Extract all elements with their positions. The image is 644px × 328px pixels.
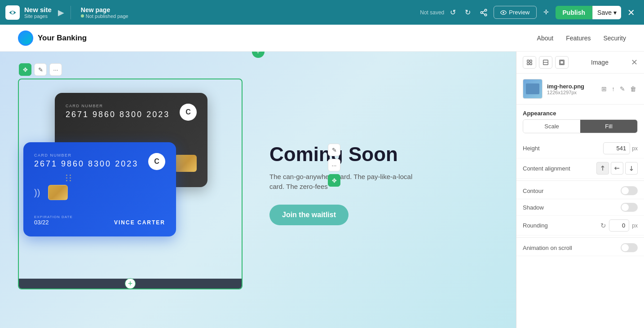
shadow-thumb — [622, 204, 629, 211]
nav-features[interactable]: Features — [566, 35, 591, 42]
publish-button[interactable]: Publish — [556, 6, 593, 19]
height-row: Height px — [516, 139, 644, 158]
rounding-input[interactable] — [609, 219, 629, 232]
add-section-top-button[interactable]: + — [252, 52, 265, 58]
section-add-bottom: + — [19, 279, 242, 289]
svg-line-4 — [483, 13, 485, 14]
img-filename: img-hero.png — [547, 83, 584, 90]
not-saved-label: Not saved — [420, 9, 444, 16]
rounding-icon[interactable]: ↻ — [600, 222, 606, 230]
redo-button[interactable]: ↻ — [462, 6, 474, 19]
close-button[interactable]: ✕ — [624, 5, 639, 20]
animation-label: Animation on scroll — [523, 245, 572, 251]
align-middle-button[interactable] — [611, 162, 623, 175]
coming-soon-desc: The can-go-anywhere card. The pay-like-a… — [269, 172, 422, 192]
img-edit-button[interactable]: ✎ — [618, 84, 626, 94]
svg-rect-7 — [527, 60, 529, 62]
align-top-button[interactable] — [596, 162, 609, 175]
rounding-unit: px — [632, 223, 638, 229]
shadow-label: Shadow — [523, 204, 544, 211]
img-thumbnail — [523, 79, 543, 99]
ai-button[interactable] — [539, 7, 553, 18]
img-copy-button[interactable]: ⊞ — [600, 84, 608, 94]
rounding-label: Rounding — [523, 222, 548, 229]
svg-rect-10 — [530, 63, 532, 65]
move-tool-button[interactable]: ✥ — [19, 63, 31, 76]
img-upload-button[interactable]: ↑ — [610, 84, 616, 94]
fill-button[interactable]: Fill — [580, 120, 637, 133]
content-side: Coming Soon The can-go-anywhere card. Th… — [260, 134, 498, 234]
svg-rect-9 — [527, 63, 529, 65]
site-sub: Site pages — [24, 13, 52, 19]
save-button[interactable]: Save ▾ — [592, 6, 621, 19]
section-move-button[interactable]: ✥ — [328, 174, 340, 187]
divider-1 — [516, 180, 644, 181]
contour-thumb — [622, 187, 629, 194]
height-label: Height — [523, 145, 540, 152]
card-initial-dark: C — [180, 104, 197, 121]
svg-point-0 — [11, 11, 14, 14]
height-input[interactable] — [603, 142, 630, 154]
site-info: New site Site pages — [24, 6, 52, 19]
undo-button[interactable]: ↺ — [447, 6, 459, 19]
svg-point-1 — [485, 9, 487, 11]
preview-button[interactable]: Preview — [494, 6, 536, 19]
more-tool-button[interactable]: ··· — [49, 63, 62, 76]
img-dimensions: 1226x1297px — [547, 90, 584, 95]
waitlist-button[interactable]: Join the waitlist — [269, 205, 348, 225]
panel-tool-1[interactable] — [523, 56, 536, 69]
top-bar-left: New site Site pages ▶ New page Not publi… — [5, 5, 128, 20]
svg-point-6 — [503, 12, 505, 13]
appearance-label: Appearance — [516, 105, 644, 119]
divider-2 — [516, 237, 644, 238]
site-name: New site — [24, 6, 52, 13]
brand: Your Banking — [18, 31, 87, 46]
card-initial-blue: C — [148, 153, 165, 170]
share-button[interactable] — [476, 6, 491, 19]
section-more-button[interactable]: ··· — [328, 159, 340, 171]
contour-toggle[interactable] — [621, 186, 638, 195]
panel-close-button[interactable]: ✕ — [631, 57, 638, 67]
panel-tool-2[interactable] — [539, 56, 552, 69]
card-label-number: CARD NUMBER 2671 9860 8300 2023 — [66, 104, 170, 119]
page-status: Not published page — [81, 13, 128, 19]
contour-row: Contour — [516, 183, 644, 199]
panel-header: Image ✕ — [516, 52, 644, 74]
alignment-row: Content alignment — [516, 158, 644, 179]
scale-fill-toggle: Scale Fill — [523, 119, 638, 133]
page-info: New page Not published page — [81, 6, 128, 19]
nav-security[interactable]: Security — [603, 35, 626, 42]
chip-row: )) — [34, 185, 165, 200]
contactless-icon: )) — [34, 188, 40, 198]
site-header: Your Banking About Features Security — [0, 25, 644, 52]
chip — [48, 185, 68, 200]
animation-thumb — [622, 244, 629, 251]
add-col-bottom-button[interactable]: + — [125, 278, 136, 289]
expand-arrow-button[interactable]: ▶ — [56, 6, 66, 19]
svg-line-5 — [483, 10, 485, 12]
img-delete-button[interactable]: 🗑 — [629, 84, 638, 94]
img-thumb-inner — [526, 83, 539, 94]
image-info: img-hero.png 1226x1297px ⊞ ↑ ✎ 🗑 — [516, 74, 644, 105]
content-alignment-label: Content alignment — [523, 165, 570, 172]
panel-tool-3[interactable] — [555, 56, 569, 69]
section-edit-button[interactable]: ✎ — [328, 144, 340, 156]
panel-tools — [523, 56, 569, 69]
shadow-toggle[interactable] — [621, 203, 638, 212]
scale-button[interactable]: Scale — [523, 120, 580, 133]
card-bottom-blue: EXPIRATION DATE 03/22 VINCE CARTER — [34, 215, 165, 226]
animation-toggle[interactable] — [621, 243, 638, 252]
drag-handle[interactable] — [63, 114, 66, 118]
align-bottom-button[interactable] — [625, 162, 638, 175]
site-nav: About Features Security — [537, 35, 626, 42]
edit-tool-button[interactable]: ✎ — [34, 63, 47, 76]
card-name: VINCE CARTER — [114, 219, 165, 226]
canvas-area: + ✥ ✎ ··· — [0, 52, 516, 328]
animation-row: Animation on scroll — [516, 240, 644, 256]
nav-about[interactable]: About — [537, 35, 554, 42]
height-input-group: px — [603, 142, 638, 154]
img-meta: img-hero.png 1226x1297px — [547, 83, 584, 95]
blue-credit-card: CARD NUMBER 2671 9860 8300 2023 C )) EXP — [23, 142, 176, 236]
brand-icon — [18, 31, 33, 46]
img-actions: ⊞ ↑ ✎ 🗑 — [600, 84, 638, 94]
